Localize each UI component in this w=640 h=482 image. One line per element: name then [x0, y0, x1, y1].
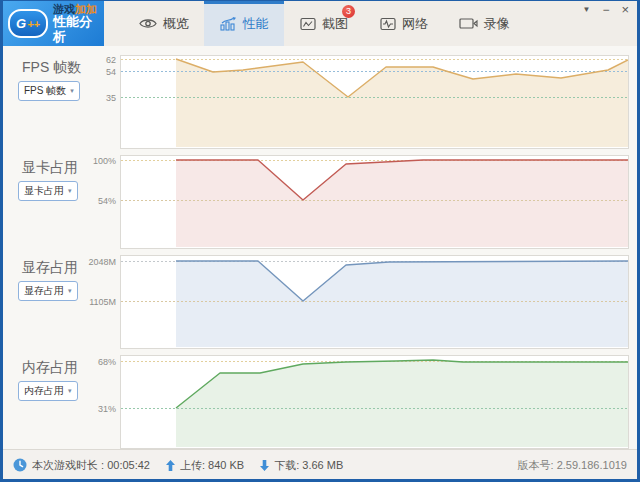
ram-metric-dropdown[interactable]: 内存占用▾ — [18, 381, 78, 401]
y-axis-tick: 54 — [3, 67, 116, 77]
performance-chart-icon — [220, 16, 237, 31]
tab-overview[interactable]: 概览 — [124, 1, 204, 46]
dropdown-label: 内存占用 — [24, 384, 64, 398]
logo-plus: ++ — [27, 18, 40, 30]
app-logo: G++ 游戏加加 性能分析 — [3, 1, 104, 46]
dropdown-label: 显存占用 — [24, 284, 64, 298]
window-controls: ▼ − × — [582, 4, 629, 16]
app-window: G++ 游戏加加 性能分析 概览性能截图3网络录像 ▼ − × FPS 帧数FP… — [0, 0, 640, 482]
clock-icon — [13, 458, 27, 472]
tab-bar: G++ 游戏加加 性能分析 概览性能截图3网络录像 ▼ − × — [3, 1, 637, 46]
session-duration: 本次游戏时长 : 00:05:42 — [32, 458, 150, 473]
tab-label: 性能 — [243, 15, 269, 33]
chevron-down-icon: ▾ — [68, 387, 72, 395]
y-axis-tick: 2048M — [3, 257, 116, 267]
tabs: 概览性能截图3网络录像 — [124, 1, 524, 46]
download-stat: 下载: 3.66 MB — [274, 458, 343, 473]
upload-stat: 上传: 840 KB — [180, 458, 244, 473]
menu-button[interactable]: ▼ — [582, 4, 590, 16]
y-axis-tick: 31% — [3, 404, 116, 414]
close-button[interactable]: × — [621, 4, 629, 16]
panel-ram: 内存占用内存占用▾68%31% — [3, 356, 637, 448]
chevron-down-icon: ▾ — [68, 287, 72, 295]
upload-arrow-icon — [166, 460, 175, 471]
fps-chart — [121, 56, 628, 148]
download-arrow-icon — [260, 460, 269, 471]
vram-chart — [121, 256, 628, 348]
y-axis-tick: 62 — [3, 55, 116, 65]
record-icon — [459, 17, 478, 30]
tab-performance[interactable]: 性能 — [204, 1, 284, 46]
y-axis-tick: 1105M — [3, 297, 116, 307]
screenshot-icon — [300, 17, 316, 31]
y-axis-tick: 68% — [3, 357, 116, 367]
version-label: 版本号: 2.59.186.1019 — [518, 458, 627, 473]
app-title: 游戏加加 性能分析 — [53, 3, 104, 44]
tab-label: 概览 — [163, 15, 189, 33]
eye-icon — [139, 17, 157, 30]
y-axis-tick: 35 — [3, 93, 116, 103]
screenshot-badge: 3 — [342, 5, 355, 18]
performance-panels: FPS 帧数FPS 帧数▾625435显卡占用显卡占用▾100%54%显存占用显… — [3, 46, 637, 449]
gpu-chart — [121, 156, 628, 248]
brand-subtitle: 性能分析 — [53, 15, 104, 44]
y-axis-tick: 54% — [3, 196, 116, 206]
y-axis-tick: 100% — [3, 156, 116, 166]
network-icon — [380, 17, 396, 31]
panel-vram: 显存占用显存占用▾2048M1105M — [3, 256, 637, 348]
status-bar: 本次游戏时长 : 00:05:42 上传: 840 KB 下载: 3.66 MB… — [3, 449, 637, 480]
tab-label: 网络 — [402, 15, 428, 33]
ram-chart — [121, 356, 628, 448]
gpp-logo-icon: G++ — [8, 9, 48, 38]
chevron-down-icon: ▾ — [68, 187, 72, 195]
tab-network[interactable]: 网络 — [364, 1, 444, 46]
minimize-button[interactable]: − — [602, 4, 609, 16]
tab-recording[interactable]: 录像 — [444, 1, 524, 46]
panel-fps: FPS 帧数FPS 帧数▾625435 — [3, 56, 637, 148]
tab-screenshot[interactable]: 截图3 — [284, 1, 364, 46]
tab-label: 截图 — [322, 15, 348, 33]
tab-label: 录像 — [484, 15, 510, 33]
logo-letter: G — [16, 16, 26, 31]
panel-gpu: 显卡占用显卡占用▾100%54% — [3, 156, 637, 248]
